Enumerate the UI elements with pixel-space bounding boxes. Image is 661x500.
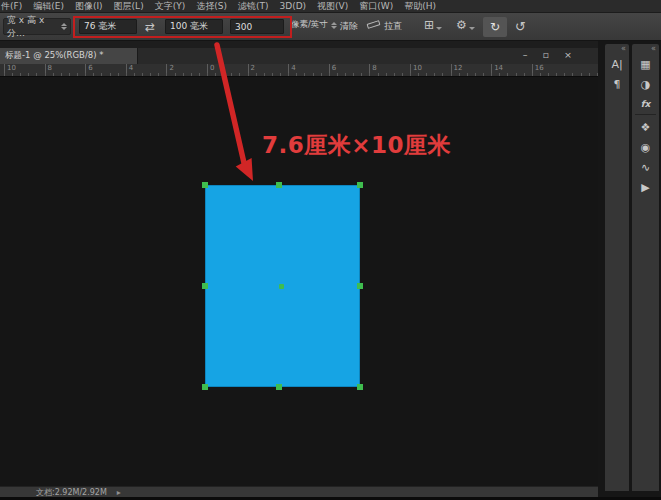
crop-resolution-input[interactable] — [230, 19, 284, 34]
rotate-crop-icon: ↻ — [490, 20, 500, 34]
swap-dimensions-icon[interactable]: ⇄ — [145, 21, 155, 33]
document-window: 标题-1 @ 25%(RGB/8) * – ▫ × 10864202468101… — [0, 41, 598, 500]
paragraph-panel-icon[interactable]: ¶ — [608, 77, 626, 92]
resolution-unit-dropdown[interactable]: 像素/英寸 — [291, 19, 337, 31]
gear-glyph: ⚙ — [456, 19, 467, 31]
clear-button-label: 清除 — [340, 20, 358, 33]
menu-item[interactable]: 图层(L) — [114, 0, 144, 13]
swatches-panel-icon[interactable]: ▦ — [637, 57, 655, 72]
straighten-level-icon[interactable] — [367, 22, 380, 27]
resolution-unit-label: 像素/英寸 — [291, 19, 328, 31]
menu-item[interactable]: 窗口(W) — [359, 0, 393, 13]
status-bar: 文档:2.92M/2.92M ▸ — [0, 486, 598, 497]
menu-bar: 件(F)编辑(E)图像(I)图层(L)文字(Y)选择(S)滤镜(T)3D(D)视… — [0, 0, 661, 13]
size-annotation-label: 7.6厘米×10厘米 — [262, 130, 451, 161]
straighten-label: 拉直 — [384, 20, 402, 33]
ruler-tick: 10 — [410, 64, 451, 72]
clear-button[interactable]: 清除 — [340, 20, 358, 33]
dock-separator — [635, 114, 656, 115]
crop-handle-top-center[interactable] — [276, 182, 282, 188]
menu-item[interactable]: 滤镜(T) — [238, 0, 269, 13]
menu-item[interactable]: 3D(D) — [279, 1, 306, 11]
expand-panels-icon[interactable]: « — [605, 44, 629, 54]
actions-panel-icon[interactable]: ▶ — [637, 180, 655, 195]
crop-width-input[interactable] — [79, 19, 137, 34]
crop-handle-top-left[interactable] — [202, 182, 208, 188]
crop-handle-bottom-right[interactable] — [357, 384, 363, 390]
document-tab[interactable]: 标题-1 @ 25%(RGB/8) * — [0, 48, 138, 64]
rotate-crop-box-button[interactable]: ↻ — [483, 17, 507, 37]
ruler-tick: 4 — [126, 64, 167, 72]
ruler-tick: 2 — [166, 64, 207, 72]
styles-panel-icon[interactable]: fx — [637, 97, 655, 112]
menu-item[interactable]: 帮助(H) — [404, 0, 436, 13]
document-tab-title: 标题-1 @ 25%(RGB/8) * — [5, 50, 103, 62]
dropdown-arrow-icon — [469, 27, 475, 30]
ruler-tick: 12 — [451, 64, 492, 72]
ruler-tick: 10 — [4, 64, 45, 72]
menu-item[interactable]: 文字(Y) — [155, 0, 186, 13]
overlay-grid-icon[interactable]: ⊞ — [424, 19, 442, 31]
ruler-tick: 14 — [491, 64, 532, 72]
dropdown-arrow-icon — [436, 27, 442, 30]
menu-item[interactable]: 图像(I) — [75, 0, 103, 13]
horizontal-ruler: 1086420246810121416 — [0, 64, 598, 77]
crop-settings-gear-icon[interactable]: ⚙ — [456, 19, 475, 31]
crop-preset-label: 宽 x 高 x 分… — [7, 14, 61, 40]
ruler-tick: 16 — [532, 64, 573, 72]
crop-center-point[interactable] — [279, 284, 284, 289]
panel-dock: « A| ¶ « ▦ ◑ fx ❖ ◉ ∿ ▶ — [598, 41, 661, 497]
ruler-tick: 2 — [248, 64, 289, 72]
minimize-icon[interactable]: – — [523, 49, 528, 60]
crop-handle-mid-left[interactable] — [202, 283, 208, 289]
dock-column-panels: « ▦ ◑ fx ❖ ◉ ∿ ▶ — [632, 44, 659, 491]
adjustments-panel-icon[interactable]: ◑ — [637, 77, 655, 92]
crop-handle-bottom-left[interactable] — [202, 384, 208, 390]
window-controls: – ▫ × — [523, 49, 572, 60]
ruler-tick: 4 — [288, 64, 329, 72]
chevron-updown-icon — [61, 23, 67, 30]
ruler-tick: 8 — [369, 64, 410, 72]
grid-glyph: ⊞ — [424, 19, 434, 31]
ruler-tick: 6 — [85, 64, 126, 72]
reset-crop-button[interactable]: ↺ — [515, 20, 526, 33]
paths-panel-icon[interactable]: ∿ — [637, 160, 655, 175]
menu-item[interactable]: 件(F) — [1, 0, 22, 13]
straighten-button[interactable]: 拉直 — [384, 20, 402, 33]
crop-handle-bottom-center[interactable] — [276, 384, 282, 390]
expand-panels-icon[interactable]: « — [632, 44, 659, 54]
close-icon[interactable]: × — [564, 49, 572, 60]
ruler-tick: 8 — [45, 64, 86, 72]
channels-panel-icon[interactable]: ◉ — [637, 140, 655, 155]
layers-panel-icon[interactable]: ❖ — [637, 120, 655, 135]
menu-item[interactable]: 视图(V) — [317, 0, 348, 13]
menu-item[interactable]: 选择(S) — [196, 0, 227, 13]
reset-icon: ↺ — [515, 20, 526, 33]
crop-handle-mid-right[interactable] — [357, 283, 363, 289]
chevron-updown-icon — [331, 22, 337, 29]
status-expand-icon[interactable]: ▸ — [117, 488, 121, 497]
crop-height-input[interactable] — [165, 19, 223, 34]
restore-icon[interactable]: ▫ — [543, 49, 549, 60]
menu-item[interactable]: 编辑(E) — [33, 0, 64, 13]
character-panel-icon[interactable]: A| — [608, 57, 626, 72]
ruler-tick: 0 — [207, 64, 248, 72]
document-tab-bar: 标题-1 @ 25%(RGB/8) * – ▫ × — [0, 48, 598, 64]
crop-options-bar: 宽 x 高 x 分… ⇄ 像素/英寸 清除 拉直 ⊞ ⚙ ↻ ↺ — [0, 13, 661, 41]
crop-preset-dropdown[interactable]: 宽 x 高 x 分… — [3, 18, 71, 35]
document-size-info: 文档:2.92M/2.92M — [36, 487, 107, 498]
dock-column-type: « A| ¶ — [605, 44, 629, 491]
ruler-tick: 6 — [329, 64, 370, 72]
crop-handle-top-right[interactable] — [357, 182, 363, 188]
